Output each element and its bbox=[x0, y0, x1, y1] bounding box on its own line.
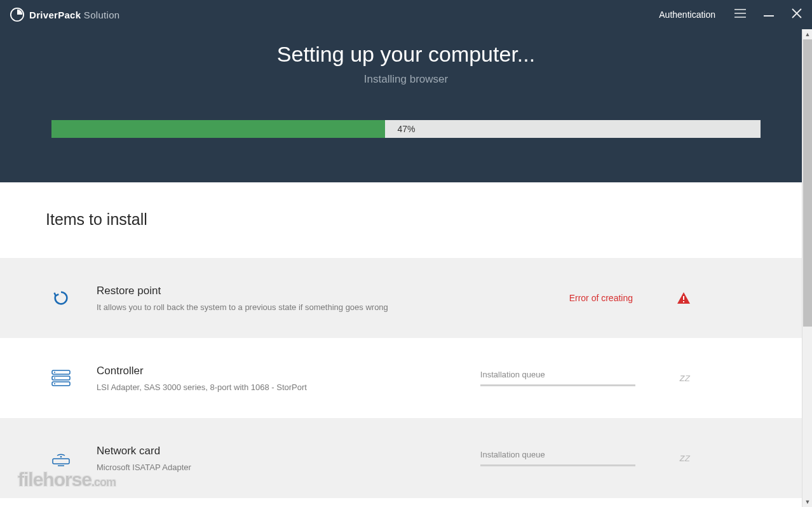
hero-subtitle: Installing browser bbox=[0, 73, 812, 86]
alert-icon bbox=[677, 292, 690, 304]
svg-point-6 bbox=[54, 372, 55, 373]
logo-icon bbox=[10, 8, 24, 22]
status-queue-text: Installation queue bbox=[480, 450, 635, 459]
controller-icon bbox=[46, 370, 76, 386]
queue-progress bbox=[480, 464, 635, 466]
scrollbar-thumb[interactable] bbox=[803, 39, 812, 327]
progress-fill bbox=[51, 120, 385, 138]
restore-icon bbox=[46, 289, 76, 307]
authentication-link[interactable]: Authentication bbox=[659, 10, 715, 20]
sleep-icon: zZ bbox=[680, 452, 690, 464]
section-title: Items to install bbox=[0, 182, 812, 258]
item-title: Network card bbox=[97, 445, 480, 457]
install-item-restore-point: Restore point It allows you to roll back… bbox=[0, 258, 812, 338]
svg-point-8 bbox=[54, 383, 55, 384]
item-desc: It allows you to roll back the system to… bbox=[97, 302, 569, 312]
status-error-text: Error of creating bbox=[569, 293, 633, 303]
svg-rect-2 bbox=[683, 301, 684, 302]
scroll-up-arrow[interactable]: ▲ bbox=[802, 29, 812, 39]
app-logo: DriverPack Solution bbox=[10, 8, 119, 22]
vertical-scrollbar[interactable]: ▲ ▼ bbox=[802, 29, 812, 507]
hero-section: Setting up your computer... Installing b… bbox=[0, 29, 812, 182]
install-item-controller: Controller LSI Adapter, SAS 3000 series,… bbox=[0, 338, 812, 418]
menu-icon[interactable] bbox=[734, 9, 746, 20]
hero-title: Setting up your computer... bbox=[0, 42, 812, 67]
logo-text: DriverPack Solution bbox=[29, 10, 119, 20]
item-desc: LSI Adapter, SAS 3000 series, 8-port wit… bbox=[97, 382, 480, 392]
queue-progress bbox=[480, 384, 635, 386]
svg-point-11 bbox=[60, 456, 62, 458]
scroll-down-arrow[interactable]: ▼ bbox=[802, 497, 812, 507]
svg-rect-9 bbox=[53, 459, 69, 464]
close-icon[interactable] bbox=[792, 8, 802, 21]
item-title: Controller bbox=[97, 365, 480, 377]
install-item-partial: Installation queue bbox=[0, 498, 812, 507]
install-item-network-card: Network card Microsoft ISATAP Adapter In… bbox=[0, 418, 812, 498]
title-bar: DriverPack Solution Authentication bbox=[0, 0, 812, 29]
status-queue-text: Installation queue bbox=[480, 370, 635, 379]
minimize-icon[interactable] bbox=[764, 9, 774, 20]
svg-rect-1 bbox=[683, 296, 684, 300]
progress-text: 47% bbox=[398, 124, 416, 134]
network-icon bbox=[46, 450, 76, 466]
sleep-icon: zZ bbox=[680, 372, 690, 384]
svg-point-7 bbox=[54, 377, 55, 379]
watermark: filehorse.com bbox=[18, 469, 116, 490]
item-desc: Microsoft ISATAP Adapter bbox=[97, 463, 480, 472]
progress-bar: 47% bbox=[51, 120, 761, 138]
item-title: Restore point bbox=[97, 285, 569, 297]
